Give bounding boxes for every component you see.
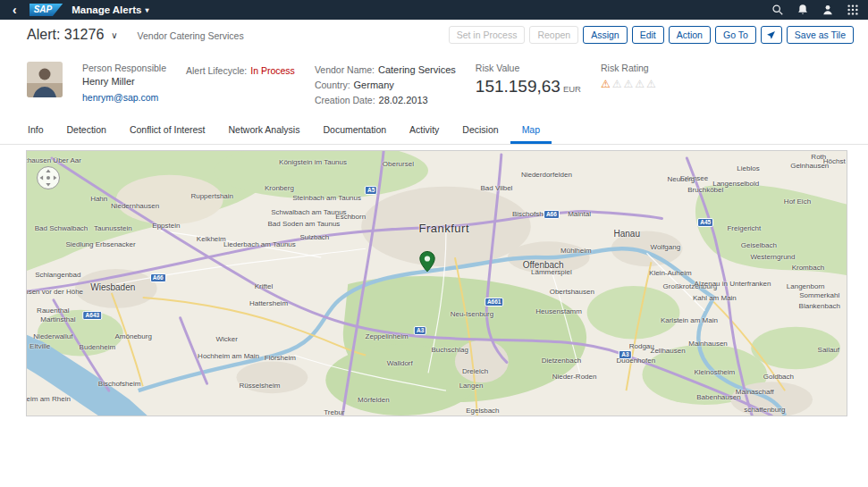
road-shield: A661 — [485, 298, 504, 306]
action-button[interactable]: Action — [669, 26, 711, 44]
title-expand-chevron-icon[interactable]: ∨ — [111, 30, 117, 40]
avatar — [27, 62, 63, 97]
road-shield: A66 — [544, 210, 560, 219]
lifecycle-status: In Process — [250, 65, 295, 76]
tab-activity[interactable]: Activity — [398, 118, 451, 144]
road-shield: A45 — [697, 218, 713, 227]
person-responsible-block: Person Responsible Henry Miller henrym@s… — [82, 62, 166, 105]
map-navigation-control[interactable] — [36, 165, 61, 190]
risk-value: 151.159,63 — [476, 77, 560, 96]
road-shield: A643 — [83, 311, 103, 320]
person-responsible-label: Person Responsible — [82, 62, 166, 75]
creation-date-row: Creation Date:28.02.2013 — [315, 92, 456, 107]
chevron-down-icon: ▾ — [145, 6, 148, 14]
road-shield: A5 — [365, 186, 377, 195]
lifecycle-label: Alert Lifecycle: — [186, 65, 247, 76]
app-grid-icon[interactable] — [847, 4, 859, 16]
tab-network-analysis[interactable]: Network Analysis — [217, 118, 312, 144]
object-header: Person Responsible Henry Miller henrym@s… — [0, 50, 868, 118]
risk-rating-block: Risk Rating ⚠⚠⚠⚠⚠ — [601, 62, 658, 89]
tab-detection[interactable]: Detection — [55, 118, 118, 144]
save-as-tile-button[interactable]: Save as Tile — [787, 26, 854, 44]
search-icon[interactable] — [771, 4, 784, 16]
vendor-details-block: Vendor Name:Catering ServicesCountry:Ger… — [315, 62, 456, 107]
tab-info[interactable]: Info — [16, 118, 55, 144]
page-title: Alert: 31276 — [27, 27, 104, 43]
tab-bar: InfoDetectionConflict of InterestNetwork… — [0, 118, 868, 145]
page-header: Alert: 31276 ∨ Vendor Catering Services … — [0, 20, 868, 50]
warning-triangle-icon: ⚠ — [601, 78, 612, 90]
back-button[interactable]: ‹ — [9, 4, 21, 16]
share-button[interactable] — [761, 26, 782, 44]
alert-lifecycle-block: Alert Lifecycle:In Process — [186, 62, 295, 78]
page-subtitle: Vendor Catering Services — [138, 30, 244, 41]
risk-value-label: Risk Value — [476, 62, 581, 75]
go-to-button[interactable]: Go To — [715, 26, 756, 44]
person-email-link[interactable]: henrym@sap.com — [82, 91, 158, 105]
edit-button[interactable]: Edit — [632, 26, 664, 44]
warning-triangle-icon: ⚠ — [646, 78, 658, 90]
risk-rating-icons: ⚠⚠⚠⚠⚠ — [601, 79, 658, 89]
person-name: Henry Miller — [82, 75, 166, 88]
map-container[interactable]: Holzhausen Über AarHahnBad SchwalbachTau… — [26, 150, 847, 416]
user-avatar-icon[interactable] — [822, 4, 834, 16]
notifications-bell-icon[interactable] — [796, 4, 809, 16]
sap-logo: SAP — [29, 4, 63, 16]
warning-triangle-icon: ⚠ — [612, 78, 624, 90]
warning-triangle-icon: ⚠ — [635, 78, 646, 90]
header-action-buttons: Set in ProcessReopenAssignEditActionGo T… — [449, 26, 854, 44]
country-row: Country:Germany — [315, 77, 456, 92]
shell-bar: ‹ SAP Manage Alerts ▾ — [0, 0, 868, 20]
shell-app-title[interactable]: Manage Alerts ▾ — [72, 4, 148, 15]
reopen-button[interactable]: Reopen — [529, 26, 578, 44]
risk-rating-label: Risk Rating — [601, 62, 658, 75]
assign-button[interactable]: Assign — [583, 26, 628, 44]
tab-map[interactable]: Map — [510, 118, 552, 144]
vendor-name-row: Vendor Name:Catering Services — [315, 62, 456, 77]
shell-app-title-text: Manage Alerts — [72, 4, 141, 15]
warning-triangle-icon: ⚠ — [624, 78, 636, 90]
set-in-process-button[interactable]: Set in Process — [449, 26, 526, 44]
risk-value-block: Risk Value 151.159,63EUR — [476, 62, 581, 97]
tab-conflict-of-interest[interactable]: Conflict of Interest — [118, 118, 217, 144]
road-shield: A3 — [619, 350, 631, 359]
tab-documentation[interactable]: Documentation — [311, 118, 398, 144]
map-background — [27, 151, 847, 416]
road-shield: A66 — [150, 273, 166, 282]
risk-currency: EUR — [563, 84, 581, 94]
map-pin-marker[interactable] — [419, 251, 435, 276]
tab-decision[interactable]: Decision — [451, 118, 510, 144]
road-shield: A3 — [414, 326, 426, 335]
